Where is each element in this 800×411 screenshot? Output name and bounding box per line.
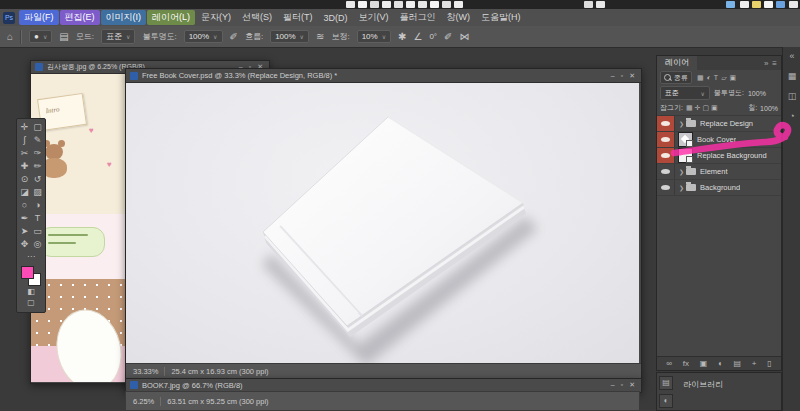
taskbar-app-icon[interactable] (430, 1, 439, 8)
taskbar-app-icon[interactable] (370, 1, 379, 8)
panel-adjustments-icon[interactable]: ◐ (659, 394, 673, 408)
taskbar-app-icon[interactable] (726, 1, 735, 8)
quick-selection-tool-icon[interactable]: ✎ (31, 134, 44, 147)
layer-visibility-toggle[interactable] (657, 164, 675, 179)
taskbar-app-icon[interactable] (442, 1, 451, 8)
zoom-level-field[interactable]: 33.33% (133, 367, 158, 376)
layer-opacity-value[interactable]: 100% (748, 90, 766, 97)
menu-file[interactable]: 파일(F) (19, 10, 59, 25)
taskbar-app-icon[interactable] (418, 1, 427, 8)
maximize-button[interactable]: ▫ (621, 71, 623, 81)
close-button[interactable]: ✕ (629, 380, 635, 390)
menu-3d[interactable]: 3D(D) (319, 12, 353, 24)
menu-type[interactable]: 문자(Y) (196, 10, 236, 25)
history-brush-tool-icon[interactable]: ↺ (31, 173, 44, 186)
eyedropper-tool-icon[interactable]: ✑ (31, 147, 44, 160)
layer-thumbnail[interactable] (678, 132, 693, 147)
taskbar-app-icon[interactable] (382, 1, 391, 8)
layer-row-replace-design[interactable]: ❯Replace Design (657, 116, 781, 132)
layer-row-background[interactable]: ❯Background (657, 180, 781, 196)
menu-edit[interactable]: 편집(E) (60, 10, 100, 25)
group-expand-caret[interactable]: ❯ (679, 184, 684, 191)
hand-tool-icon[interactable]: ✥ (18, 238, 31, 251)
filter-smart-objects-icon[interactable]: ▣ (730, 72, 737, 83)
crop-tool-icon[interactable]: ✂ (18, 147, 31, 160)
adjustment-layer-icon[interactable]: ◐ (718, 357, 723, 371)
more-tools-icon[interactable]: ⋯ (17, 251, 45, 262)
marquee-tool-icon[interactable]: ▢ (31, 121, 44, 134)
minimize-button[interactable]: – (611, 380, 615, 390)
taskbar-app-icon[interactable] (596, 1, 605, 8)
filter-shape-layers-icon[interactable]: ▱ (721, 72, 726, 83)
pressure-opacity-icon[interactable]: ✐ (230, 32, 238, 42)
menu-plugins[interactable]: 플러그인 (395, 10, 441, 25)
panel-menu-icon[interactable]: ≡ (772, 59, 777, 68)
layer-visibility-toggle[interactable] (657, 132, 675, 147)
blend-mode-dropdown[interactable]: 표준 ∨ (101, 29, 135, 44)
dodge-tool-icon[interactable]: ◑ (31, 199, 44, 212)
panel-history-icon[interactable]: ◔ (783, 111, 800, 121)
smoothing-dropdown[interactable]: 10% ∨ (357, 30, 391, 43)
layer-visibility-toggle[interactable] (657, 180, 675, 195)
taskbar-app-icon[interactable] (406, 1, 415, 8)
lock-all-icon[interactable]: ▣ (711, 104, 718, 112)
gradient-tool-icon[interactable]: ▨ (31, 186, 44, 199)
panel-color-icon[interactable]: ▦ (783, 71, 800, 81)
taskbar-app-icon[interactable] (394, 1, 403, 8)
layer-blend-mode-dropdown[interactable]: 표준 ∨ (660, 86, 710, 100)
quick-mask-icon[interactable]: ◧ (17, 286, 45, 297)
menu-view[interactable]: 보기(V) (354, 10, 394, 25)
screen-mode-icon[interactable]: ▢ (17, 297, 45, 308)
blur-tool-icon[interactable]: ○ (18, 199, 31, 212)
minimize-button[interactable]: – (611, 71, 615, 81)
canvas-book-mockup[interactable] (126, 83, 639, 363)
title-bar[interactable]: Free Book Cover.psd @ 33.3% (Replace Des… (126, 69, 641, 83)
taskbar-app-icon[interactable] (752, 1, 761, 8)
opacity-dropdown[interactable]: 100% ∨ (184, 30, 223, 43)
expand-panels-icon[interactable]: « (783, 51, 800, 61)
layer-thumbnail[interactable] (678, 148, 693, 163)
flow-dropdown[interactable]: 100% ∨ (270, 30, 309, 43)
lock-image-icon[interactable]: ▢ (702, 104, 709, 112)
lasso-tool-icon[interactable]: ʃ (18, 134, 31, 147)
lock-transparency-icon[interactable]: ▦ (686, 104, 693, 112)
layer-mask-icon[interactable]: ▣ (700, 357, 708, 371)
panel-libraries-icon[interactable]: ▤ (659, 376, 673, 390)
symmetry-icon[interactable]: ⋈ (459, 32, 469, 42)
taskbar-app-icon[interactable] (358, 1, 367, 8)
brush-settings-panel-toggle-icon[interactable]: ▤ (59, 32, 68, 42)
delete-layer-icon[interactable]: ▯ (767, 357, 771, 371)
airbrush-icon[interactable]: ≋ (316, 32, 324, 42)
smoothing-options-gear-icon[interactable]: ✱ (398, 32, 406, 42)
menu-help[interactable]: 도움말(H) (476, 10, 526, 25)
pen-tool-icon[interactable]: ✒ (18, 212, 31, 225)
move-tool-icon[interactable]: ✛ (18, 121, 31, 134)
layer-effects-icon[interactable]: fx (683, 357, 689, 371)
layer-row-book-cover[interactable]: Book Cover (657, 132, 781, 148)
layer-row-element[interactable]: ❯Element (657, 164, 781, 180)
tab-layers[interactable]: 레이어 (657, 56, 697, 70)
healing-brush-tool-icon[interactable]: ✚ (18, 160, 31, 173)
menu-window[interactable]: 창(W) (442, 10, 476, 25)
menu-layer[interactable]: 레이어(L) (147, 10, 195, 25)
taskbar-app-icon[interactable] (454, 1, 463, 8)
taskbar-app-icon[interactable] (584, 1, 593, 8)
layer-visibility-toggle[interactable] (657, 116, 675, 131)
brush-angle-value[interactable]: 0° (429, 32, 437, 41)
lock-position-icon[interactable]: ✛ (695, 104, 701, 112)
layer-visibility-toggle[interactable] (657, 148, 675, 163)
foreground-color-swatch[interactable] (21, 266, 34, 279)
shape-tool-icon[interactable]: ▭ (31, 225, 44, 238)
filter-type-layers-icon[interactable]: T (714, 72, 718, 83)
pressure-size-icon[interactable]: ✐ (444, 32, 452, 42)
zoom-level-field[interactable]: 6.25% (133, 397, 154, 406)
title-bar[interactable]: BOOK7.jpg @ 66.7% (RGB/8) – ▫ ✕ (126, 379, 641, 391)
new-layer-icon[interactable]: + (752, 357, 757, 371)
tab-libraries[interactable]: 라이브러리 (683, 379, 723, 390)
filter-kind-dropdown[interactable]: 종류 (660, 71, 692, 84)
group-expand-caret[interactable]: ❯ (679, 120, 684, 127)
taskbar-app-icon[interactable] (789, 1, 798, 8)
filter-pixel-layers-icon[interactable]: ▦ (697, 72, 704, 83)
home-icon[interactable]: ⌂ (7, 32, 13, 42)
menu-filter[interactable]: 필터(T) (278, 10, 318, 25)
